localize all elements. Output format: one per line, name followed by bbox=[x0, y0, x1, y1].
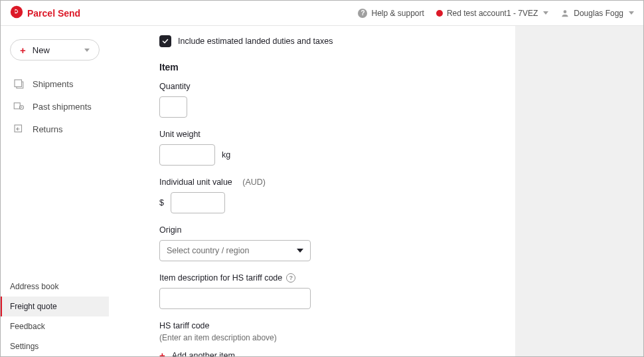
chevron-down-icon bbox=[543, 11, 548, 15]
include-duties-checkbox[interactable] bbox=[159, 35, 171, 47]
user-icon bbox=[560, 9, 570, 18]
origin-select[interactable]: Select country / region bbox=[159, 240, 311, 261]
unit-weight-input[interactable] bbox=[159, 144, 215, 166]
nav-feedback[interactable]: Feedback bbox=[1, 316, 109, 336]
chevron-down-icon bbox=[84, 49, 90, 52]
hs-tariff-field: HS tariff code (Enter an item descriptio… bbox=[159, 321, 499, 342]
account-label: Red test account1 - 7VEZ bbox=[447, 9, 538, 18]
help-label: Help & support bbox=[371, 9, 424, 18]
add-item-label: Add another item bbox=[172, 351, 235, 357]
item-description-label: Item description for HS tariff code ? bbox=[159, 273, 499, 283]
help-support-link[interactable]: ? Help & support bbox=[358, 9, 424, 18]
origin-field: Origin Select country / region bbox=[159, 225, 499, 261]
unit-value-label: Individual unit value (AUD) bbox=[159, 178, 499, 187]
nav-past-shipments[interactable]: Past shipments bbox=[1, 95, 109, 118]
nav-freight-quote[interactable]: Freight quote bbox=[1, 297, 109, 316]
secondary-nav: Address book Freight quote Feedback Sett… bbox=[1, 277, 109, 356]
item-description-input[interactable] bbox=[159, 288, 311, 309]
brand-name: Parcel Send bbox=[27, 8, 80, 19]
unit-value-label-text: Individual unit value bbox=[159, 178, 232, 187]
svg-rect-6 bbox=[15, 125, 22, 132]
unit-value-field: Individual unit value (AUD) $ bbox=[159, 178, 499, 213]
unit-weight-field: Unit weight kg bbox=[159, 130, 499, 166]
nav-settings[interactable]: Settings bbox=[1, 336, 109, 356]
plus-icon: + bbox=[159, 350, 165, 356]
app-frame: Parcel Send ? Help & support Red test ac… bbox=[0, 0, 644, 357]
quantity-label: Quantity bbox=[159, 82, 499, 91]
plus-icon: + bbox=[20, 45, 26, 55]
svg-point-1 bbox=[15, 10, 18, 13]
hs-tariff-label: HS tariff code bbox=[159, 321, 499, 330]
sidebar: + New Shipments Past shipments bbox=[1, 26, 109, 356]
unit-weight-row: kg bbox=[159, 144, 499, 166]
form-inner: Include estimated landed duties and taxe… bbox=[109, 26, 515, 356]
app-header: Parcel Send ? Help & support Red test ac… bbox=[1, 1, 643, 26]
currency-symbol: $ bbox=[159, 198, 164, 207]
nav-label: Returns bbox=[33, 124, 63, 134]
svg-rect-4 bbox=[14, 103, 20, 109]
include-duties-row: Include estimated landed duties and taxe… bbox=[159, 35, 499, 47]
account-status-icon bbox=[436, 10, 443, 17]
account-switcher[interactable]: Red test account1 - 7VEZ bbox=[436, 9, 548, 18]
weight-unit: kg bbox=[222, 150, 230, 160]
item-section-title: Item bbox=[159, 62, 499, 72]
brand[interactable]: Parcel Send bbox=[10, 5, 80, 21]
unit-weight-label: Unit weight bbox=[159, 130, 499, 139]
sidebar-spacer bbox=[1, 140, 109, 277]
nav-label: Shipments bbox=[33, 79, 73, 89]
chevron-down-icon bbox=[297, 249, 303, 253]
right-gutter bbox=[515, 26, 643, 356]
new-button-left: + New bbox=[20, 45, 50, 55]
origin-label: Origin bbox=[159, 225, 499, 235]
unit-value-row: $ bbox=[159, 192, 499, 213]
item-description-label-text: Item description for HS tariff code bbox=[159, 273, 282, 283]
unit-value-input[interactable] bbox=[171, 192, 225, 213]
nav-label: Past shipments bbox=[33, 102, 92, 112]
user-menu[interactable]: Douglas Fogg bbox=[560, 9, 634, 18]
primary-nav: Shipments Past shipments Returns bbox=[1, 72, 109, 140]
svg-rect-3 bbox=[15, 80, 22, 87]
info-icon[interactable]: ? bbox=[286, 273, 295, 283]
origin-placeholder: Select country / region bbox=[167, 246, 249, 255]
new-button-label: New bbox=[33, 45, 50, 55]
returns-icon bbox=[13, 123, 25, 135]
unit-value-currency: (AUD) bbox=[242, 178, 266, 187]
form-area: Include estimated landed duties and taxe… bbox=[109, 26, 515, 356]
brand-logo-icon bbox=[10, 5, 23, 21]
help-icon: ? bbox=[358, 9, 367, 18]
nav-address-book[interactable]: Address book bbox=[1, 277, 109, 297]
app-body: + New Shipments Past shipments bbox=[1, 26, 643, 356]
quantity-input[interactable] bbox=[159, 96, 187, 118]
nav-shipments[interactable]: Shipments bbox=[1, 72, 109, 95]
new-button[interactable]: + New bbox=[10, 39, 100, 60]
item-description-field: Item description for HS tariff code ? bbox=[159, 273, 499, 309]
svg-point-2 bbox=[564, 10, 567, 13]
quantity-field: Quantity bbox=[159, 82, 499, 118]
chevron-down-icon bbox=[629, 11, 634, 15]
shipments-icon bbox=[13, 78, 25, 90]
include-duties-label: Include estimated landed duties and taxe… bbox=[178, 37, 333, 46]
past-shipments-icon bbox=[13, 100, 25, 112]
add-another-item-button[interactable]: + Add another item bbox=[159, 350, 499, 356]
content-wrap: Include estimated landed duties and taxe… bbox=[109, 26, 643, 356]
user-label: Douglas Fogg bbox=[574, 9, 623, 18]
hs-tariff-hint: (Enter an item description above) bbox=[159, 333, 499, 342]
nav-returns[interactable]: Returns bbox=[1, 118, 109, 140]
